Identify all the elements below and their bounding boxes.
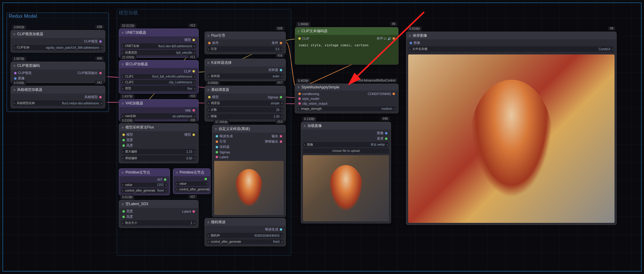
node-random-noise[interactable]: 随机噪波 噪波生成 随机种916915540436433 control_aft… — [205, 218, 286, 246]
node-clip-vision-encode[interactable]: 1.067秒 #55 CLIP视觉编码 CLIP视觉CLIP视觉输出 图像 — [11, 62, 105, 83]
node-title[interactable]: 模型采样算法Flux — [119, 124, 198, 131]
exec-time: 52.612秒 — [120, 23, 136, 28]
prompt-textarea[interactable] — [297, 42, 396, 63]
node-badge: #26 — [276, 26, 284, 30]
speaker-icon[interactable]: ☑ 🔊 — [384, 37, 391, 40]
node-basic-scheduler[interactable]: 0.006秒 #17 基础调度器 模型Sigmas 调度器simple 步数25… — [205, 86, 286, 122]
widget-value[interactable]: value1152 — [121, 183, 168, 187]
node-primitive-2[interactable]: Primitive元节点 value control_after_generat… — [173, 168, 211, 194]
widget-base-shift[interactable]: 基础偏移0.50 — [121, 155, 196, 161]
exec-time: 0.503秒 — [408, 26, 422, 31]
node-empty-latent-sd3[interactable]: 0.013秒 #27 空Latent_SD3 宽度Latent 高度 批次大小1 — [119, 200, 199, 228]
node-title[interactable]: CLIP视觉编码 — [11, 62, 105, 69]
exec-time: 1.966秒 — [296, 22, 310, 27]
widget-sampler[interactable]: 采样器euler — [207, 73, 284, 79]
node-unet-loader[interactable]: 52.612秒 #12 UNET加载器 模型 UNET名称flux1-dev-f… — [119, 29, 199, 58]
canvas[interactable]: Redux Model 模型加载 3.841秒 #38 CLIP视觉加载器 CL… — [2, 2, 642, 272]
node-title[interactable]: 风格模型加载器 — [11, 86, 105, 94]
node-title[interactable]: StyleModelApplySimple — [295, 84, 398, 91]
node-title[interactable]: Primitive元节点 — [119, 169, 170, 176]
node-badge: #16 — [276, 54, 284, 57]
node-badge: #30 — [188, 118, 197, 122]
node-primitive-int[interactable]: Primitive元节点 INT value1152 control_after… — [119, 168, 170, 195]
widget-image-strength[interactable]: image_strengthmedium — [297, 106, 396, 111]
node-title[interactable]: UNET加载器 — [119, 29, 198, 36]
node-title[interactable]: CLIP视觉加载器 — [11, 30, 105, 38]
node-badge: #10 — [188, 94, 197, 98]
exec-time: 1.637秒 — [120, 94, 134, 99]
node-badge: #17 — [276, 81, 284, 85]
node-title[interactable]: VAE加载器 — [119, 100, 198, 107]
node-clip-text-encode[interactable]: 1.966秒 #6 CLIP文本编码器 CLIP条件☑ 🔊 — [295, 27, 399, 65]
widget-type[interactable]: 类型flux — [121, 86, 196, 91]
node-clip-vision-loader[interactable]: 3.841秒 #38 CLIP视觉加载器 CLIP视觉 CLIP名称sigcli… — [11, 30, 105, 53]
node-style-model-loader[interactable]: 0.916秒 #42 风格模型加载器 风格模型 风格模型名称flux1-redu… — [11, 86, 105, 108]
preview-image — [214, 161, 284, 215]
widget-seed[interactable]: 随机种916915540436433 — [207, 233, 284, 238]
node-badge: #40 — [381, 117, 390, 121]
node-title[interactable]: CLIP文本编码器 — [295, 27, 398, 35]
node-model-sampling-flux[interactable]: 0.010秒 #30 模型采样算法Flux 模型模型 宽度 高度 最大偏移1.1… — [119, 123, 199, 163]
widget-unet-name[interactable]: UNET名称flux1-dev-fp8.safetensors — [121, 43, 196, 49]
widget-clip2[interactable]: CLIP2clip_l.safetensors — [121, 80, 196, 85]
exec-time: 57.955秒 — [214, 120, 230, 125]
node-badge: #6 — [390, 22, 397, 26]
node-save-image[interactable]: 0.503秒 #9 保存图像 图像 文件名前缀ComfyUI — [406, 32, 617, 225]
widget-batch[interactable]: 批次大小1 — [121, 220, 196, 226]
exec-time: 22.509秒 — [120, 55, 136, 60]
node-title[interactable]: 空Latent_SD3 — [119, 200, 198, 208]
widget-control[interactable]: control_after_generate — [175, 187, 208, 192]
node-badge: #38 — [95, 25, 104, 29]
group-label-redux: Redux Model — [9, 14, 37, 19]
node-title[interactable]: Flux引导 — [205, 32, 285, 39]
node-ksampler-select[interactable]: #16 K采样器选择 采样器 采样器euler — [205, 59, 286, 81]
node-badge: #42 — [95, 81, 104, 85]
exec-time: 1.067秒 — [12, 57, 26, 61]
node-title[interactable]: K采样器选择 — [205, 59, 285, 66]
node-title[interactable]: 随机噪波 — [205, 218, 285, 226]
exec-time: 3.841秒 — [12, 25, 26, 30]
exec-time: 0.013秒 — [120, 195, 134, 200]
node-badge: #13 — [276, 120, 284, 124]
widget-clip1[interactable]: CLIP1t5xxl_fp8_e4m3fn.safetensors — [121, 74, 196, 79]
widget-weight-dtype[interactable]: 权重类型fp8_e4m3fn — [121, 50, 196, 55]
widget-steps[interactable]: 步数25 — [207, 107, 284, 112]
node-title[interactable]: 双CLIP加载器 — [119, 60, 198, 68]
exec-time: 0.133秒 — [302, 117, 316, 122]
exec-time: 0.403秒 — [296, 79, 310, 83]
node-load-image[interactable]: 0.133秒 #40 加载图像 图像 遮罩 图像美女.webp choose f… — [301, 122, 391, 223]
exec-time: 0.010秒 — [120, 118, 134, 123]
exec-time: 0.006秒 — [206, 81, 220, 85]
widget-value[interactable]: value — [175, 181, 208, 186]
node-custom-sampler-adv[interactable]: 57.955秒 #13 自定义采样器(高级) 噪波生成输出 引导降噪输出 采样器… — [212, 125, 286, 217]
node-badge: #55 — [95, 57, 104, 60]
node-badge: #27 — [188, 195, 197, 199]
node-dual-clip-loader[interactable]: 22.509秒 #11 双CLIP加载器 CLIP CLIP1t5xxl_fp8… — [119, 60, 199, 94]
widget-max-shift[interactable]: 最大偏移1.15 — [121, 149, 196, 154]
widget-control[interactable]: control_after_generatefixed — [207, 239, 284, 244]
widget-filename-prefix[interactable]: 文件名前缀ComfyUI — [408, 46, 615, 52]
widget-clip-name[interactable]: CLIP名称sigclip_vision_patch14_384.safeten… — [13, 45, 103, 50]
node-badge: #12 — [188, 23, 197, 27]
widget-guidance[interactable]: 引导3.5 — [207, 46, 284, 52]
node-title[interactable]: Primitive元节点 — [173, 169, 210, 176]
upload-button[interactable]: choose file to upload — [303, 148, 389, 153]
output-image[interactable] — [408, 54, 615, 223]
exec-time: 0.916秒 — [12, 81, 26, 85]
node-title[interactable]: 基础调度器 — [205, 86, 285, 94]
node-badge: #54 AdvancedRefluxControl — [356, 79, 397, 82]
node-style-model-apply[interactable]: 0.403秒 #54 AdvancedRefluxControl StyleMo… — [295, 84, 399, 113]
widget-control[interactable]: control_after_generatefixed — [121, 188, 168, 193]
node-title[interactable]: 自定义采样器(高级) — [212, 125, 285, 133]
widget-style-model-name[interactable]: 风格模型名称flux1-redux-dev.safetensors — [13, 100, 103, 106]
group-label-model: 模型加载 — [119, 10, 138, 16]
widget-denoise[interactable]: 降噪1.00 — [207, 114, 284, 119]
node-title[interactable]: 保存图像 — [406, 32, 616, 39]
node-badge: #11 — [188, 55, 197, 59]
node-flux-guidance[interactable]: #26 Flux引导 条件条件 引导3.5 — [205, 32, 286, 54]
loaded-image-preview — [303, 155, 389, 221]
node-title[interactable]: 加载图像 — [301, 122, 391, 130]
widget-scheduler[interactable]: 调度器simple — [207, 100, 284, 106]
node-badge: #9 — [608, 26, 615, 30]
widget-image[interactable]: 图像美女.webp — [303, 142, 389, 147]
